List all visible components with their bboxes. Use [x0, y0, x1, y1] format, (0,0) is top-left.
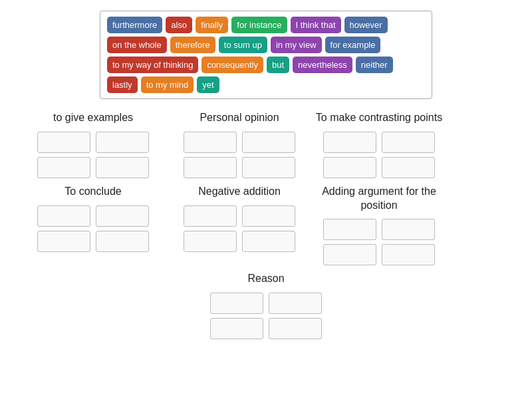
category-contrasting-points: To make contrasting points [313, 111, 446, 178]
word-chip-for-instance[interactable]: for instance [231, 17, 287, 33]
drop-box-adding-argument-0-0[interactable] [323, 219, 376, 240]
drop-box-contrasting-points-0-0[interactable] [323, 132, 376, 153]
word-bank: furthermorealsofinallyfor instanceI thin… [100, 11, 432, 99]
category-title-adding-argument: Adding argument for the position [313, 185, 446, 213]
drop-box-to-conclude-0-0[interactable] [37, 205, 90, 227]
reason-drop-box-1-1[interactable] [269, 318, 322, 339]
category-title-to-conclude: To conclude [65, 185, 121, 199]
drop-box-personal-opinion-1-0[interactable] [184, 157, 237, 178]
drop-box-personal-opinion-0-0[interactable] [184, 132, 237, 153]
word-chip-consequently[interactable]: consequently [201, 57, 263, 73]
drop-box-contrasting-points-0-1[interactable] [382, 132, 435, 153]
reason-title: Reason [247, 272, 284, 286]
drop-box-give-examples-1-0[interactable] [37, 157, 90, 178]
reason-drop-box-0-1[interactable] [269, 293, 322, 314]
reason-drop-box-1-0[interactable] [210, 318, 263, 339]
reason-section: Reason [0, 272, 532, 339]
drop-box-to-conclude-0-1[interactable] [96, 205, 149, 227]
drop-row-to-conclude-0 [37, 205, 149, 227]
drop-box-negative-addition-1-0[interactable] [184, 231, 237, 252]
word-chip-for-example[interactable]: for example [325, 37, 381, 53]
drop-box-negative-addition-1-1[interactable] [242, 231, 295, 252]
drop-box-to-conclude-1-1[interactable] [96, 231, 149, 252]
drop-box-contrasting-points-1-0[interactable] [323, 157, 376, 178]
word-chip-to-sum-up[interactable]: to sum up [219, 37, 267, 53]
drop-row-contrasting-points-0 [323, 132, 435, 153]
drop-row-adding-argument-1 [323, 244, 435, 265]
drop-box-adding-argument-0-1[interactable] [382, 219, 435, 240]
category-title-give-examples: to give examples [53, 111, 133, 125]
drop-row-negative-addition-0 [184, 205, 295, 227]
word-chip-lastly[interactable]: lastly [107, 76, 138, 93]
drop-row-to-conclude-1 [37, 231, 149, 252]
drop-box-adding-argument-1-0[interactable] [323, 244, 376, 265]
drop-row-personal-opinion-1 [184, 157, 295, 178]
word-chip-on-the-whole[interactable]: on the whole [107, 37, 167, 53]
word-chip-finally[interactable]: finally [196, 17, 228, 33]
drop-box-adding-argument-1-1[interactable] [382, 244, 435, 265]
category-give-examples: to give examples [20, 111, 166, 178]
drop-box-give-examples-1-1[interactable] [96, 157, 149, 178]
word-chip-neither[interactable]: neither [356, 57, 393, 73]
word-chip-also[interactable]: also [166, 17, 192, 33]
word-chip-i-think-that[interactable]: I think that [291, 17, 341, 33]
drop-box-personal-opinion-1-1[interactable] [242, 157, 295, 178]
word-chip-furthermore[interactable]: furthermore [107, 17, 162, 33]
drop-box-contrasting-points-1-1[interactable] [382, 157, 435, 178]
category-personal-opinion: Personal opinion [166, 111, 313, 178]
word-chip-therefore[interactable]: therefore [170, 37, 215, 53]
category-title-negative-addition: Negative addition [198, 185, 281, 199]
word-chip-however[interactable]: however [344, 17, 388, 33]
drop-row-give-examples-0 [37, 132, 149, 153]
word-chip-nevertheless[interactable]: nevertheless [293, 57, 352, 73]
category-title-personal-opinion: Personal opinion [200, 111, 279, 125]
reason-drop-row-0 [210, 293, 322, 314]
reason-drop-box-0-0[interactable] [210, 293, 263, 314]
word-chip-to-my-mind[interactable]: to my mind [141, 76, 194, 93]
drop-row-contrasting-points-1 [323, 157, 435, 178]
categories-area: to give examplesPersonal opinionTo make … [0, 111, 532, 265]
category-to-conclude: To conclude [20, 185, 166, 266]
drop-row-adding-argument-0 [323, 219, 435, 240]
drop-row-negative-addition-1 [184, 231, 295, 252]
reason-drop-row-1 [210, 318, 322, 339]
drop-box-negative-addition-0-0[interactable] [184, 205, 237, 227]
drop-row-give-examples-1 [37, 157, 149, 178]
drop-box-give-examples-0-1[interactable] [96, 132, 149, 153]
drop-box-give-examples-0-0[interactable] [37, 132, 90, 153]
drop-box-negative-addition-0-1[interactable] [242, 205, 295, 227]
category-adding-argument: Adding argument for the position [313, 185, 446, 266]
word-chip-but[interactable]: but [267, 57, 289, 73]
word-chip-yet[interactable]: yet [197, 76, 219, 93]
category-negative-addition: Negative addition [166, 185, 313, 266]
drop-box-to-conclude-1-0[interactable] [37, 231, 90, 252]
category-title-contrasting-points: To make contrasting points [316, 111, 442, 125]
drop-box-personal-opinion-0-1[interactable] [242, 132, 295, 153]
word-chip-in-my-view[interactable]: in my view [271, 37, 322, 53]
drop-row-personal-opinion-0 [184, 132, 295, 153]
word-chip-to-my-way[interactable]: to my way of thinking [107, 57, 198, 73]
